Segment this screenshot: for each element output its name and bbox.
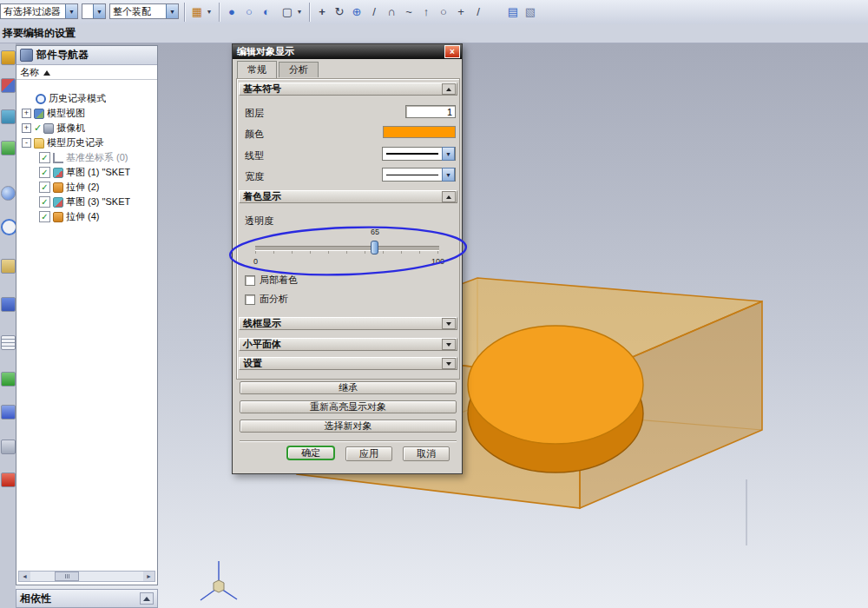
expand-panel-icon[interactable] bbox=[140, 592, 154, 605]
color-palette-icon[interactable]: ▦ bbox=[189, 3, 205, 20]
partial-shading-checkbox[interactable] bbox=[245, 275, 255, 286]
document-icon[interactable]: ▤ bbox=[505, 3, 521, 20]
expand-section-icon[interactable] bbox=[442, 318, 456, 329]
transparency-slider-thumb[interactable] bbox=[371, 241, 378, 254]
tree-item-label: 模型视图 bbox=[47, 107, 85, 120]
tree-item-extrude-4[interactable]: ✓ 拉伸 (4) bbox=[16, 209, 180, 224]
multicolor-tool-icon[interactable] bbox=[1, 78, 16, 93]
rotate-view-icon[interactable]: ↻ bbox=[332, 3, 347, 20]
tree-item-extrude-2[interactable]: ✓ 拉伸 (2) bbox=[16, 180, 180, 195]
linetype-combo[interactable]: ▼ bbox=[382, 147, 456, 161]
expand-icon[interactable]: + bbox=[22, 109, 31, 118]
section-settings[interactable]: 设置 bbox=[239, 357, 457, 370]
selection-filter-combo[interactable]: 有选择过滤器 ▼ bbox=[0, 3, 78, 19]
checkbox-checked-icon[interactable]: ✓ bbox=[39, 152, 50, 163]
name-column-header[interactable]: 名称 bbox=[16, 66, 157, 80]
select-new-objects-button[interactable]: 选择新对象 bbox=[240, 420, 457, 433]
section-label: 线框显示 bbox=[243, 317, 281, 330]
checkbox-checked-icon[interactable]: ✓ bbox=[39, 167, 50, 178]
tree-item-cameras[interactable]: + ✓ 摄像机 bbox=[16, 121, 162, 135]
color-swatch[interactable] bbox=[383, 126, 456, 138]
tab-general[interactable]: 常规 bbox=[237, 61, 277, 78]
orange-tool-icon[interactable] bbox=[1, 50, 16, 65]
collapse-section-icon[interactable] bbox=[442, 83, 456, 95]
tree-item-label: 基准坐标系 (0) bbox=[66, 151, 128, 164]
navigator-header[interactable]: 部件导航器 bbox=[16, 46, 157, 65]
horizontal-scrollbar[interactable]: ◄ ► bbox=[18, 571, 155, 582]
assembly-scope-combo[interactable]: 整个装配 ▼ bbox=[109, 3, 179, 19]
chevron-down-icon[interactable]: ▼ bbox=[442, 168, 455, 182]
chevron-down-icon[interactable]: ▼ bbox=[442, 147, 455, 161]
section-basic-symbols[interactable]: 基本符号 bbox=[239, 83, 457, 96]
datum-cube-icon[interactable]: ▧ bbox=[523, 3, 538, 20]
apply-button[interactable]: 应用 bbox=[345, 446, 392, 461]
section-wireframe-display[interactable]: 线框显示 bbox=[239, 317, 457, 330]
section-shaded-display[interactable]: 着色显示 bbox=[239, 190, 457, 203]
width-combo[interactable]: ▼ bbox=[382, 168, 456, 182]
wireframe-view-icon[interactable]: ○ bbox=[241, 3, 257, 20]
tan-tool-icon[interactable] bbox=[1, 259, 16, 274]
expand-section-icon[interactable] bbox=[442, 358, 456, 369]
arc-tool-icon[interactable]: ∩ bbox=[384, 3, 399, 20]
pan-icon[interactable]: + bbox=[314, 3, 330, 20]
ok-button[interactable]: 确定 bbox=[286, 446, 335, 460]
slider-max-label: 100 bbox=[418, 257, 444, 266]
list-tool-icon[interactable] bbox=[1, 335, 16, 350]
inherit-button[interactable]: 继承 bbox=[240, 381, 457, 394]
navy-tool-icon[interactable] bbox=[1, 297, 16, 312]
shaded-view-icon[interactable]: ● bbox=[224, 3, 240, 20]
selection-rectangle-icon[interactable]: ▢ bbox=[279, 3, 295, 20]
slash-tool-icon[interactable]: / bbox=[470, 3, 486, 20]
scrollbar-thumb[interactable] bbox=[55, 572, 79, 581]
chevron-down-icon[interactable]: ▼ bbox=[93, 4, 105, 18]
checkbox-checked-icon[interactable]: ✓ bbox=[39, 211, 50, 222]
chevron-down-icon[interactable]: ▼ bbox=[295, 3, 304, 20]
tree-item-model-history[interactable]: - 模型历史记录 bbox=[16, 135, 162, 150]
tree-item-datum-csys[interactable]: ✓ 基准坐标系 (0) bbox=[16, 150, 180, 165]
chevron-down-icon[interactable]: ▼ bbox=[205, 3, 214, 20]
cylinder-boss[interactable] bbox=[468, 326, 643, 473]
red-tool-icon[interactable] bbox=[1, 473, 16, 487]
expand-section-icon[interactable] bbox=[442, 339, 456, 350]
checkbox-checked-icon[interactable]: ✓ bbox=[39, 182, 50, 193]
half-shade-view-icon[interactable]: ◐ bbox=[259, 3, 274, 20]
tree-item-sketch-3[interactable]: ✓ 草图 (3) "SKET bbox=[16, 195, 180, 209]
expand-icon[interactable]: + bbox=[22, 123, 31, 133]
tree-item-sketch-1[interactable]: ✓ 草图 (1) "SKET bbox=[16, 165, 180, 180]
dialog-titlebar[interactable]: 编辑对象显示 × bbox=[233, 44, 462, 59]
blue-tool-icon[interactable] bbox=[1, 109, 16, 124]
scroll-left-icon[interactable]: ◄ bbox=[19, 572, 30, 581]
cylinder-top-face[interactable] bbox=[468, 326, 643, 444]
checkbox-checked-icon[interactable]: ✓ bbox=[39, 196, 50, 208]
arrow-tool-icon[interactable]: ↑ bbox=[418, 3, 434, 20]
point-tool-icon[interactable]: + bbox=[453, 3, 469, 20]
line-tool-icon[interactable]: / bbox=[366, 3, 382, 20]
tree-item-history-mode[interactable]: 历史记录模式 bbox=[16, 91, 176, 106]
spline-tool-icon[interactable]: ~ bbox=[401, 3, 417, 20]
chevron-down-icon[interactable]: ▼ bbox=[166, 4, 178, 18]
tree-item-model-views[interactable]: + 模型视图 bbox=[16, 106, 162, 121]
face-analysis-checkbox[interactable] bbox=[245, 294, 255, 305]
filter-mini-combo[interactable]: ▼ bbox=[82, 3, 106, 19]
dependencies-panel-header[interactable]: 相依性 bbox=[16, 589, 158, 608]
collapse-icon[interactable]: - bbox=[22, 138, 31, 148]
chevron-down-icon[interactable]: ▼ bbox=[65, 4, 77, 18]
collapse-section-icon[interactable] bbox=[442, 191, 456, 202]
circle-tool-icon[interactable]: ○ bbox=[436, 3, 451, 20]
green-tool-icon[interactable] bbox=[1, 141, 16, 155]
blue2-tool-icon[interactable] bbox=[1, 405, 16, 420]
zoom-icon[interactable]: ⊕ bbox=[349, 3, 365, 20]
sphere-tool-icon[interactable] bbox=[1, 186, 16, 201]
selection-filter-value: 有选择过滤器 bbox=[3, 5, 61, 18]
close-icon[interactable]: × bbox=[444, 45, 460, 58]
scroll-right-icon[interactable]: ► bbox=[143, 572, 155, 581]
tab-analysis[interactable]: 分析 bbox=[279, 62, 319, 77]
gray-tool-icon[interactable] bbox=[1, 439, 16, 454]
slider-min-label: 0 bbox=[253, 257, 258, 266]
cancel-button[interactable]: 取消 bbox=[403, 446, 450, 461]
section-facet-body[interactable]: 小平面体 bbox=[239, 338, 457, 351]
tree-item-label: 草图 (3) "SKET bbox=[66, 195, 130, 208]
layer-input[interactable] bbox=[405, 105, 456, 118]
green2-tool-icon[interactable] bbox=[1, 372, 16, 387]
rehighlight-objects-button[interactable]: 重新高亮显示对象 bbox=[240, 400, 457, 413]
